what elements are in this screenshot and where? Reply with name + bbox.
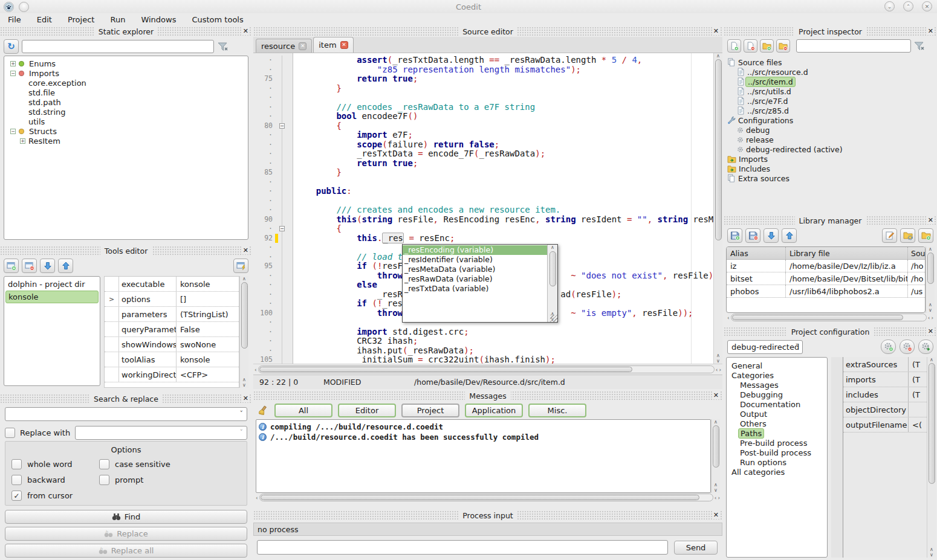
project-tree-item[interactable]: ../src/e7F.d xyxy=(727,96,937,106)
messages-filter-project[interactable]: Project xyxy=(401,404,459,417)
menu-file[interactable]: File xyxy=(0,15,29,24)
add-tool-button[interactable] xyxy=(4,259,19,273)
replace-button[interactable]: b Replace xyxy=(5,527,247,541)
option-whole-word[interactable]: whole word xyxy=(11,459,99,469)
code-line[interactable]: scope(failure) return false; xyxy=(296,140,713,150)
close-panel-icon[interactable]: ✕ xyxy=(712,511,720,519)
config-category-item[interactable]: Pre-build process xyxy=(729,438,825,448)
tool-property-row[interactable]: showWindows swoNone xyxy=(105,337,239,352)
library-from-project-button[interactable] xyxy=(900,228,915,243)
config-property-row[interactable]: imports (T xyxy=(843,372,927,387)
completion-scrollbar[interactable]: ∧ ∧∨ xyxy=(547,245,557,322)
symbol-filter-input[interactable] xyxy=(22,40,214,53)
tree-expander[interactable]: + xyxy=(10,61,16,66)
symbol-tree-item[interactable]: std.file xyxy=(5,88,247,97)
checkbox-icon[interactable] xyxy=(99,475,109,485)
code-line[interactable]: return true; xyxy=(296,74,713,84)
library-row[interactable]: phobos /usr/lib64/libphobos2.a /us xyxy=(727,285,925,298)
property-value[interactable]: False xyxy=(177,325,239,334)
config-category-item[interactable]: Categories xyxy=(729,370,825,380)
close-tab-icon[interactable]: ✕ xyxy=(340,41,348,49)
fold-margin[interactable]: − xyxy=(278,224,288,234)
property-value[interactable]: (T xyxy=(909,375,927,384)
option-from-cursor[interactable]: ✓ from cursor xyxy=(11,491,99,501)
editor-area[interactable]: · · 75 · · · · xyxy=(253,53,713,364)
tool-item[interactable]: dolphin - project dir xyxy=(5,278,99,291)
tools-grid-scrollbar[interactable]: ∧∧∨ xyxy=(239,276,248,388)
window-menu-button[interactable] xyxy=(19,2,29,12)
filter-icon[interactable] xyxy=(217,42,229,52)
symbol-tree-item[interactable]: −Structs xyxy=(5,126,247,136)
symbol-tree-item[interactable]: +ResItem xyxy=(5,136,247,146)
messages-vscrollbar[interactable]: ∧∧∨ xyxy=(711,419,720,493)
project-tree-item[interactable]: ../src/resource.d xyxy=(727,67,937,77)
project-tree-item[interactable]: Source files xyxy=(727,57,937,67)
remove-library-button[interactable] xyxy=(745,228,760,243)
edit-library-button[interactable] xyxy=(882,228,897,243)
replace-all-button[interactable]: b Replace all xyxy=(5,544,247,558)
code-line[interactable]: /// creates and encodes a new resource i… xyxy=(296,205,713,215)
code-line[interactable]: assert(_resTxtData.length == _resRawData… xyxy=(296,56,713,65)
completion-item[interactable]: _resMetaData (variable) xyxy=(403,265,547,274)
tool-property-row[interactable]: workingDirectory <CFP> xyxy=(105,367,239,382)
tool-property-row[interactable]: > options [] xyxy=(105,292,239,307)
code-line[interactable]: public: xyxy=(296,187,713,196)
library-row[interactable]: bitset /home/basile/Dev/Bitset/lib/bitse… xyxy=(727,272,925,285)
editor-tab-item[interactable]: item ✕ xyxy=(313,37,353,53)
add-folder-button[interactable] xyxy=(760,39,774,53)
project-tree-item[interactable]: Extra sources xyxy=(727,173,937,183)
completion-item[interactable]: _resTxtData (variable) xyxy=(403,284,547,294)
project-tree-item[interactable]: release xyxy=(727,135,937,144)
clear-messages-button[interactable] xyxy=(256,405,269,416)
code-line[interactable]: } xyxy=(296,168,713,178)
config-property-row[interactable]: extraSources (T xyxy=(843,357,927,372)
code-line[interactable]: this._res = resEnc; xyxy=(296,234,713,243)
project-tree-item[interactable]: ../src/item.d xyxy=(727,77,937,86)
refresh-button[interactable]: ↻ xyxy=(4,39,19,54)
code-line[interactable]: CRC32 ihash; xyxy=(296,336,713,346)
move-library-up-button[interactable] xyxy=(782,228,797,243)
checkbox-icon[interactable] xyxy=(99,459,109,469)
code-line[interactable]: ihash.put(_resRawData); xyxy=(296,346,713,356)
config-vscrollbar[interactable]: ∧∧∨ xyxy=(927,357,936,558)
tool-property-row[interactable]: toolAlias konsole xyxy=(105,352,239,367)
code-line[interactable] xyxy=(296,178,713,187)
option-prompt[interactable]: prompt xyxy=(99,475,241,485)
minimize-button[interactable]: ⌄ xyxy=(884,1,895,11)
config-category-item[interactable]: Post-build process xyxy=(729,448,825,457)
code-line[interactable]: { xyxy=(296,121,713,131)
search-term-combo[interactable]: ˅ xyxy=(5,407,247,421)
config-category-item[interactable]: Paths xyxy=(729,428,825,438)
project-tree-item[interactable]: ../src/z85.d xyxy=(727,106,937,115)
add-source-button[interactable] xyxy=(727,39,741,53)
project-tree-item[interactable]: Imports xyxy=(727,154,937,164)
tool-property-row[interactable]: parameters (TStringList) xyxy=(105,307,239,322)
project-tree-item[interactable]: Includes xyxy=(727,164,937,173)
code-line[interactable]: import std.digest.crc; xyxy=(296,327,713,337)
close-panel-icon[interactable]: ✕ xyxy=(927,327,935,335)
config-category-item[interactable]: Others xyxy=(729,419,825,428)
config-category-item[interactable]: Messages xyxy=(729,380,825,390)
symbol-tree-item[interactable]: core.exception xyxy=(5,78,247,88)
symbol-tree-item[interactable]: −Imports xyxy=(5,68,247,78)
menu-edit[interactable]: Edit xyxy=(29,15,60,24)
menu-windows[interactable]: Windows xyxy=(133,15,184,24)
property-expand-marker[interactable]: > xyxy=(105,292,119,306)
find-button[interactable]: Find xyxy=(5,510,247,524)
messages-filter-all[interactable]: All xyxy=(274,404,332,417)
filter-icon[interactable] xyxy=(913,41,926,51)
config-category-item[interactable]: Run options xyxy=(729,457,825,467)
code-line[interactable] xyxy=(296,196,713,206)
tree-expander[interactable]: − xyxy=(10,129,16,134)
col-library-file[interactable]: Library file xyxy=(786,247,908,259)
col-sources[interactable]: Sources xyxy=(908,249,925,258)
close-panel-icon[interactable]: ✕ xyxy=(712,27,720,35)
config-category-item[interactable]: Documentation xyxy=(729,399,825,409)
menu-custom-tools[interactable]: Custom tools xyxy=(184,15,251,24)
close-window-button[interactable]: ✕ xyxy=(922,1,932,11)
property-value[interactable]: (T xyxy=(909,390,927,399)
option-backward[interactable]: backward xyxy=(11,475,99,485)
fold-collapse-icon[interactable]: − xyxy=(279,123,285,129)
messages-filter-misc[interactable]: Misc. xyxy=(528,404,586,417)
config-category-item[interactable]: Debugging xyxy=(729,390,825,399)
